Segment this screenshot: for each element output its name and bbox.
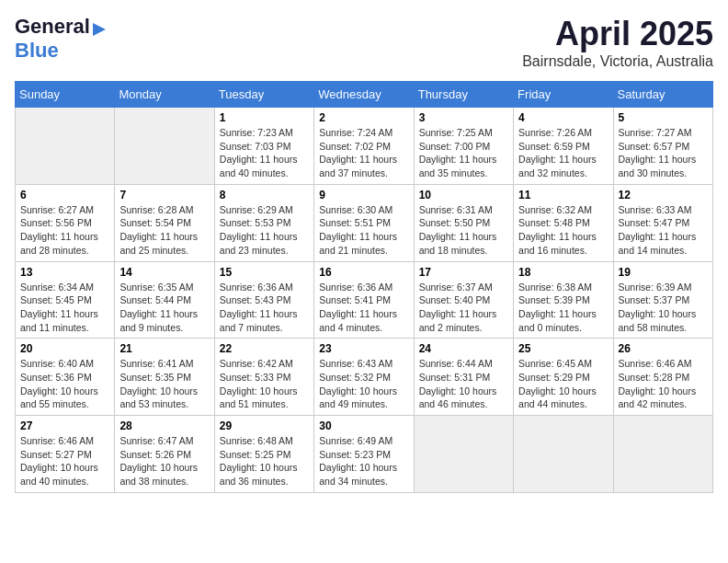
day-number: 30 xyxy=(319,419,408,432)
day-number: 8 xyxy=(220,189,309,201)
calendar-cell xyxy=(514,416,613,493)
day-info: Sunrise: 6:29 AM Sunset: 5:53 PM Dayligh… xyxy=(220,203,309,258)
day-info: Sunrise: 6:39 AM Sunset: 5:37 PM Dayligh… xyxy=(619,281,708,335)
title-block: April 2025 Bairnsdale, Victoria, Austral… xyxy=(522,15,713,70)
day-info: Sunrise: 7:26 AM Sunset: 6:59 PM Dayligh… xyxy=(518,126,608,180)
calendar-cell: 1Sunrise: 7:23 AM Sunset: 7:03 PM Daylig… xyxy=(214,108,313,185)
calendar-cell: 3Sunrise: 7:25 AM Sunset: 7:00 PM Daylig… xyxy=(414,108,513,185)
day-number: 1 xyxy=(220,111,309,124)
calendar-cell: 15Sunrise: 6:36 AM Sunset: 5:43 PM Dayli… xyxy=(214,261,313,339)
calendar-week-row: 6Sunrise: 6:27 AM Sunset: 5:56 PM Daylig… xyxy=(16,184,713,261)
col-header-tuesday: Tuesday xyxy=(214,82,313,108)
day-info: Sunrise: 6:36 AM Sunset: 5:43 PM Dayligh… xyxy=(220,281,309,335)
calendar-cell: 27Sunrise: 6:46 AM Sunset: 5:27 PM Dayli… xyxy=(16,416,115,493)
col-header-wednesday: Wednesday xyxy=(314,82,414,108)
calendar-cell: 17Sunrise: 6:37 AM Sunset: 5:40 PM Dayli… xyxy=(414,261,513,339)
calendar-cell xyxy=(115,108,214,185)
location-title: Bairnsdale, Victoria, Australia xyxy=(522,53,713,70)
calendar-cell xyxy=(16,108,115,185)
day-info: Sunrise: 6:49 AM Sunset: 5:23 PM Dayligh… xyxy=(319,434,408,488)
day-number: 21 xyxy=(119,342,209,355)
calendar-cell: 22Sunrise: 6:42 AM Sunset: 5:33 PM Dayli… xyxy=(214,339,313,416)
day-number: 22 xyxy=(220,342,309,355)
day-info: Sunrise: 7:27 AM Sunset: 6:57 PM Dayligh… xyxy=(619,126,708,180)
calendar-cell: 8Sunrise: 6:29 AM Sunset: 5:53 PM Daylig… xyxy=(214,184,313,261)
day-number: 15 xyxy=(220,266,309,279)
calendar-cell: 25Sunrise: 6:45 AM Sunset: 5:29 PM Dayli… xyxy=(514,339,613,416)
calendar-header-row: SundayMondayTuesdayWednesdayThursdayFrid… xyxy=(16,82,713,108)
day-number: 14 xyxy=(119,266,209,279)
day-info: Sunrise: 6:33 AM Sunset: 5:47 PM Dayligh… xyxy=(619,203,708,258)
day-number: 17 xyxy=(419,266,508,279)
calendar-cell xyxy=(414,416,513,493)
page-header: General Blue April 2025 Bairnsdale, Vict… xyxy=(15,15,713,70)
day-info: Sunrise: 6:35 AM Sunset: 5:44 PM Dayligh… xyxy=(119,281,209,335)
day-info: Sunrise: 6:34 AM Sunset: 5:45 PM Dayligh… xyxy=(20,281,109,335)
calendar-cell: 14Sunrise: 6:35 AM Sunset: 5:44 PM Dayli… xyxy=(115,261,214,339)
calendar-cell: 10Sunrise: 6:31 AM Sunset: 5:50 PM Dayli… xyxy=(414,184,513,261)
day-number: 19 xyxy=(619,266,708,279)
day-number: 20 xyxy=(20,342,109,355)
calendar-cell: 26Sunrise: 6:46 AM Sunset: 5:28 PM Dayli… xyxy=(613,339,712,416)
logo-general-text: General xyxy=(15,15,90,38)
day-number: 18 xyxy=(518,266,608,279)
day-info: Sunrise: 7:25 AM Sunset: 7:00 PM Dayligh… xyxy=(419,126,508,180)
col-header-friday: Friday xyxy=(514,82,613,108)
col-header-thursday: Thursday xyxy=(414,82,513,108)
day-info: Sunrise: 6:37 AM Sunset: 5:40 PM Dayligh… xyxy=(419,281,508,335)
day-info: Sunrise: 6:40 AM Sunset: 5:36 PM Dayligh… xyxy=(20,357,109,411)
day-info: Sunrise: 6:46 AM Sunset: 5:27 PM Dayligh… xyxy=(20,434,109,488)
day-info: Sunrise: 6:42 AM Sunset: 5:33 PM Dayligh… xyxy=(220,357,309,411)
calendar-cell: 6Sunrise: 6:27 AM Sunset: 5:56 PM Daylig… xyxy=(16,184,115,261)
calendar-cell: 4Sunrise: 7:26 AM Sunset: 6:59 PM Daylig… xyxy=(514,108,613,185)
day-info: Sunrise: 6:41 AM Sunset: 5:35 PM Dayligh… xyxy=(119,357,209,411)
calendar-cell xyxy=(613,416,712,493)
day-info: Sunrise: 7:24 AM Sunset: 7:02 PM Dayligh… xyxy=(319,126,408,180)
calendar-cell: 21Sunrise: 6:41 AM Sunset: 5:35 PM Dayli… xyxy=(115,339,214,416)
day-info: Sunrise: 6:45 AM Sunset: 5:29 PM Dayligh… xyxy=(518,357,608,411)
calendar-cell: 20Sunrise: 6:40 AM Sunset: 5:36 PM Dayli… xyxy=(16,339,115,416)
calendar-cell: 7Sunrise: 6:28 AM Sunset: 5:54 PM Daylig… xyxy=(115,184,214,261)
day-number: 25 xyxy=(518,342,608,355)
calendar-week-row: 20Sunrise: 6:40 AM Sunset: 5:36 PM Dayli… xyxy=(16,339,713,416)
day-info: Sunrise: 6:36 AM Sunset: 5:41 PM Dayligh… xyxy=(319,281,408,335)
calendar-cell: 16Sunrise: 6:36 AM Sunset: 5:41 PM Dayli… xyxy=(314,261,414,339)
calendar-cell: 29Sunrise: 6:48 AM Sunset: 5:25 PM Dayli… xyxy=(214,416,313,493)
day-number: 6 xyxy=(20,189,109,201)
calendar-cell: 23Sunrise: 6:43 AM Sunset: 5:32 PM Dayli… xyxy=(314,339,414,416)
col-header-sunday: Sunday xyxy=(16,82,115,108)
day-number: 4 xyxy=(518,111,608,124)
col-header-saturday: Saturday xyxy=(613,82,712,108)
calendar-cell: 11Sunrise: 6:32 AM Sunset: 5:48 PM Dayli… xyxy=(514,184,613,261)
svg-marker-0 xyxy=(93,23,106,36)
month-title: April 2025 xyxy=(522,15,713,53)
col-header-monday: Monday xyxy=(115,82,214,108)
day-info: Sunrise: 6:28 AM Sunset: 5:54 PM Dayligh… xyxy=(119,203,209,258)
day-number: 13 xyxy=(20,266,109,279)
logo-arrow-icon xyxy=(91,21,108,38)
calendar-cell: 5Sunrise: 7:27 AM Sunset: 6:57 PM Daylig… xyxy=(613,108,712,185)
day-info: Sunrise: 6:48 AM Sunset: 5:25 PM Dayligh… xyxy=(220,434,309,488)
calendar-cell: 19Sunrise: 6:39 AM Sunset: 5:37 PM Dayli… xyxy=(613,261,712,339)
logo-blue-text: Blue xyxy=(15,39,59,62)
day-number: 23 xyxy=(319,342,408,355)
calendar-cell: 28Sunrise: 6:47 AM Sunset: 5:26 PM Dayli… xyxy=(115,416,214,493)
calendar-cell: 30Sunrise: 6:49 AM Sunset: 5:23 PM Dayli… xyxy=(314,416,414,493)
day-number: 28 xyxy=(119,419,209,432)
day-number: 3 xyxy=(419,111,508,124)
calendar-week-row: 27Sunrise: 6:46 AM Sunset: 5:27 PM Dayli… xyxy=(16,416,713,493)
day-number: 5 xyxy=(619,111,708,124)
calendar-cell: 24Sunrise: 6:44 AM Sunset: 5:31 PM Dayli… xyxy=(414,339,513,416)
calendar-cell: 13Sunrise: 6:34 AM Sunset: 5:45 PM Dayli… xyxy=(16,261,115,339)
day-number: 2 xyxy=(319,111,408,124)
day-number: 7 xyxy=(119,189,209,201)
day-number: 29 xyxy=(220,419,309,432)
day-info: Sunrise: 7:23 AM Sunset: 7:03 PM Dayligh… xyxy=(220,126,309,180)
calendar-cell: 18Sunrise: 6:38 AM Sunset: 5:39 PM Dayli… xyxy=(514,261,613,339)
calendar-table: SundayMondayTuesdayWednesdayThursdayFrid… xyxy=(15,81,713,493)
day-info: Sunrise: 6:43 AM Sunset: 5:32 PM Dayligh… xyxy=(319,357,408,411)
day-number: 12 xyxy=(619,189,708,201)
logo: General Blue xyxy=(15,15,108,63)
day-number: 10 xyxy=(419,189,508,201)
day-number: 26 xyxy=(619,342,708,355)
